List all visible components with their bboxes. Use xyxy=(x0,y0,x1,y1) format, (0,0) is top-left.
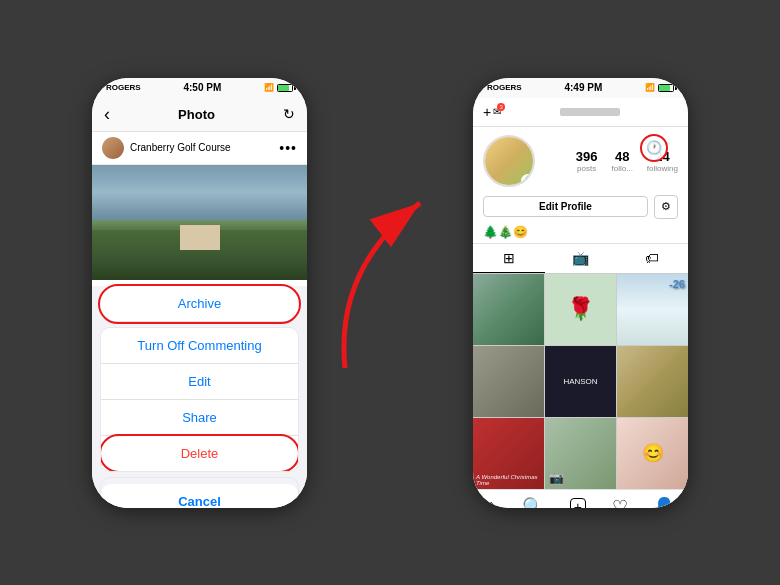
right-carrier: ROGERS xyxy=(487,83,522,92)
edit-profile-row: Edit Profile ⚙ xyxy=(473,191,688,223)
right-wifi-icon: 📶 xyxy=(645,83,655,92)
profile-tabs: ⊞ 📺 🏷 xyxy=(473,244,688,274)
sky-area xyxy=(92,165,307,220)
right-status-icons: 📶 xyxy=(645,83,674,92)
right-time: 4:49 PM xyxy=(564,82,602,93)
bottom-nav: ⌂ 🔍 + ♡ 👤 xyxy=(473,489,688,508)
home-nav-button[interactable]: ⌂ xyxy=(486,496,497,508)
edit-button[interactable]: Edit xyxy=(101,364,298,400)
grid-cell-7[interactable]: A Wonderful Christmas Time xyxy=(473,418,544,489)
refresh-button[interactable]: ↻ xyxy=(283,106,295,122)
grid-cell-1[interactable] xyxy=(473,274,544,345)
grid-cell-2[interactable]: 🌹 xyxy=(545,274,616,345)
arrow-area xyxy=(325,143,455,443)
message-button[interactable]: ✉ 3 xyxy=(493,106,501,117)
tagged-tab[interactable]: 🏷 xyxy=(616,244,688,273)
wifi-icon: 📶 xyxy=(264,83,274,92)
cancel-button[interactable]: Cancel xyxy=(101,484,298,508)
battery-icon xyxy=(277,84,293,92)
following-label: following xyxy=(647,164,678,173)
action-sheet: Archive Turn Off Commenting Edit Share D… xyxy=(92,286,307,508)
photo-header: ‹ Photo ↻ xyxy=(92,98,307,132)
face-photo: 😊 xyxy=(642,442,664,464)
edit-profile-button[interactable]: Edit Profile xyxy=(483,196,648,217)
red-arrow xyxy=(325,168,455,418)
christmas-text: A Wonderful Christmas Time xyxy=(476,474,541,486)
grid-cell-3[interactable]: -26 xyxy=(617,274,688,345)
left-carrier: ROGERS xyxy=(106,83,141,92)
add-nav-button[interactable]: + xyxy=(570,498,586,508)
grid-cell-8[interactable]: 📷 xyxy=(545,418,616,489)
back-button[interactable]: ‹ xyxy=(104,104,110,125)
grid-cell-5[interactable]: HANSON xyxy=(545,346,616,417)
concert-text: HANSON xyxy=(563,377,597,386)
roses-icon: 🌹 xyxy=(567,296,594,322)
search-nav-button[interactable]: 🔍 xyxy=(522,496,544,508)
left-time: 4:50 PM xyxy=(183,82,221,93)
plus-message-area: + ✉ 3 xyxy=(483,104,501,120)
post-avatar xyxy=(102,137,124,159)
posts-label: posts xyxy=(576,164,598,173)
house-element xyxy=(180,225,220,250)
posts-count: 396 xyxy=(576,149,598,164)
grid-cell-4[interactable] xyxy=(473,346,544,417)
delete-button[interactable]: Delete xyxy=(101,436,298,471)
grid-cell-6[interactable] xyxy=(617,346,688,417)
right-phone: ROGERS 4:49 PM 📶 + ✉ 3 🕐 xyxy=(473,78,688,508)
profile-header: + ✉ 3 🕐 xyxy=(473,98,688,127)
location-bar: Cranberry Golf Course ••• xyxy=(92,132,307,165)
left-status-icons: 📶 xyxy=(264,83,293,92)
bio-row: 🌲🎄😊 xyxy=(473,223,688,244)
profile-nav-button[interactable]: 👤 xyxy=(653,496,675,508)
temperature-overlay: -26 xyxy=(669,278,685,290)
grid-cell-9[interactable]: 😊 xyxy=(617,418,688,489)
settings-button[interactable]: ⚙ xyxy=(654,195,678,219)
photo-title: Photo xyxy=(178,107,215,122)
archive-clock-icon: 🕐 xyxy=(646,140,662,155)
archive-icon-button[interactable]: 🕐 xyxy=(640,134,668,162)
right-status-bar: ROGERS 4:49 PM 📶 xyxy=(473,78,688,98)
followers-stat: 48 follo... xyxy=(612,149,633,173)
heart-nav-button[interactable]: ♡ xyxy=(612,496,628,508)
settings-icon: ⚙ xyxy=(661,200,671,213)
profile-username-area xyxy=(560,108,620,116)
bio-emojis: 🌲🎄😊 xyxy=(483,225,528,239)
camera-icon: 📷 xyxy=(549,471,564,485)
more-menu-button[interactable]: ••• xyxy=(279,140,297,156)
archive-button[interactable]: Archive xyxy=(100,286,299,322)
left-status-bar: ROGERS 4:50 PM 📶 xyxy=(92,78,307,98)
plus-button[interactable]: + xyxy=(483,104,491,120)
turn-off-commenting-button[interactable]: Turn Off Commenting xyxy=(101,328,298,364)
followers-count: 48 xyxy=(612,149,633,164)
notification-badge: 3 xyxy=(497,103,505,111)
igtv-tab[interactable]: 📺 xyxy=(545,244,617,273)
grid-tab[interactable]: ⊞ xyxy=(473,244,545,273)
right-battery-icon xyxy=(658,84,674,92)
avatar-emoji: 🌲 xyxy=(521,174,535,187)
photo-grid: 🌹 -26 HANSON A Wonderful xyxy=(473,274,688,489)
share-button[interactable]: Share xyxy=(101,400,298,436)
followers-label: follo... xyxy=(612,164,633,173)
left-phone: ROGERS 4:50 PM 📶 ‹ Photo ↻ Cranberry Gol… xyxy=(92,78,307,508)
post-photo xyxy=(92,165,307,280)
username-placeholder xyxy=(560,108,620,116)
profile-avatar: 🌲 xyxy=(483,135,535,187)
posts-stat: 396 posts xyxy=(576,149,598,173)
location-name: Cranberry Golf Course xyxy=(130,142,279,153)
main-container: ROGERS 4:50 PM 📶 ‹ Photo ↻ Cranberry Gol… xyxy=(72,58,708,528)
